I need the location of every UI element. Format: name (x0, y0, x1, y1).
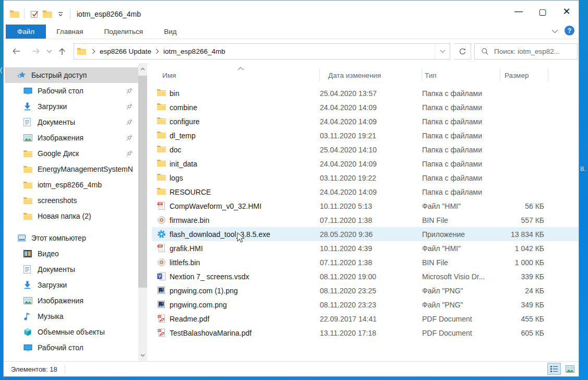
pin-icon (126, 87, 133, 94)
tab-share[interactable]: Поделиться (94, 25, 154, 39)
sidebar-item-desktop-pin[interactable]: Рабочий стол (5, 83, 138, 99)
sidebar-scrollbar[interactable] (138, 63, 147, 361)
file-date: 13.11.2020 17:18 (320, 329, 422, 337)
sidebar-item-label: Рабочий стол (38, 87, 83, 95)
folder-icon (157, 173, 166, 182)
minimize-button[interactable]: — (507, 1, 531, 22)
back-button[interactable] (9, 44, 23, 58)
file-row[interactable]: RESOURCE24.04.2020 14:09Папка с файлами (152, 185, 579, 199)
sidebar-item-video[interactable]: Видео (5, 246, 138, 262)
details-view-button[interactable] (547, 363, 561, 375)
file-row[interactable]: firmware.bin07.11.2020 1:38BIN File557 К… (152, 213, 579, 227)
pictures-icon (23, 134, 33, 142)
file-row[interactable]: PDFTestBalashovaMarina.pdf13.11.2020 17:… (152, 326, 579, 340)
status-separator (65, 365, 65, 373)
sidebar-item-label: Видео (38, 250, 59, 258)
file-row[interactable]: VNextion 7_ screens.vsdx08.11.2020 19:00… (152, 269, 579, 283)
customize-qat-icon[interactable] (55, 9, 65, 19)
music-icon (23, 312, 33, 321)
sidebar-item-this-pc[interactable]: Этот компьютер (5, 230, 138, 246)
file-date: 07.11.2020 1:38 (320, 258, 422, 267)
sidebar-item-label: Документы (38, 265, 75, 274)
file-row[interactable]: littlefs.bin07.11.2020 1:38BIN File1 000… (152, 255, 579, 269)
address-bar[interactable]: esp8266 Updateiotm_esp8266_4mb (74, 43, 450, 60)
chevron-right-icon (155, 49, 159, 54)
tab-view[interactable]: Вид (153, 25, 187, 39)
sidebar-item-documents[interactable]: Документы (5, 262, 138, 277)
column-header-2[interactable]: Тип (422, 69, 500, 81)
pictures-icon (23, 296, 33, 305)
breadcrumb-item[interactable]: esp8266 Update (98, 48, 153, 55)
sidebar-item-iotm-esp8266-4mb[interactable]: iotm_esp8266_4mb (5, 177, 138, 193)
search-box[interactable] (474, 43, 578, 60)
file-date: 08.11.2020 23:25 (320, 287, 422, 295)
video-icon (23, 250, 33, 258)
scroll-down-icon[interactable] (138, 351, 147, 360)
sidebar-item-pictures[interactable]: Изображения (5, 293, 138, 308)
file-row[interactable]: dl_temp03.11.2020 19:21Папка с файлами (152, 128, 579, 142)
sidebar-item-quick-access[interactable]: Быстрый доступ (5, 67, 138, 83)
folder-icon (157, 187, 166, 196)
file-row[interactable]: doc25.04.2020 14:10Папка с файлами (152, 142, 579, 157)
sidebar-item-documents-pin[interactable]: Документы (5, 114, 138, 130)
folder-icon (157, 131, 166, 140)
sidebar-item-desktop[interactable]: Рабочий стол (5, 340, 138, 355)
file-size: 1 042 КБ (500, 244, 548, 253)
scrollbar-thumb[interactable] (138, 76, 147, 288)
qat-separator (70, 9, 70, 19)
pin-icon (126, 103, 133, 110)
file-row[interactable]: logs03.11.2020 19:22Папка с файлами (152, 171, 579, 185)
expand-ribbon-icon[interactable] (551, 26, 558, 35)
file-row[interactable]: flash_download_tool_3.8.5.exe28.05.2020 … (152, 227, 579, 241)
new-folder-icon[interactable] (42, 9, 52, 19)
file-name: grafik.HMI (170, 244, 203, 253)
close-button[interactable]: ✕ (555, 1, 579, 22)
sidebar-item-label: Музыка (38, 312, 64, 320)
file-row[interactable]: HMICompWaveform_v0_32.HMI10.11.2020 5:13… (152, 199, 579, 213)
sidebar-item-downloads-pin[interactable]: Загрузки (5, 99, 138, 114)
address-dropdown-icon[interactable] (435, 44, 450, 59)
pin-icon (126, 150, 133, 157)
file-row[interactable]: combine24.04.2020 14:09Папка с файлами (152, 100, 579, 114)
file-row[interactable]: init_data24.04.2020 14:09Папка с файлами (152, 157, 579, 171)
scroll-up-icon[interactable] (138, 64, 147, 73)
forward-button[interactable] (29, 44, 43, 58)
breadcrumb-item[interactable]: iotm_esp8266_4mb (161, 48, 227, 55)
tab-home[interactable]: Главная (46, 25, 93, 39)
disc-icon (157, 258, 166, 267)
file-row[interactable]: bin25.04.2020 13:57Папка с файлами (152, 86, 579, 100)
sidebar-item-music[interactable]: Музыка (5, 308, 138, 324)
file-type: Папка с файлами (422, 132, 500, 140)
file-row[interactable]: configure24.04.2020 14:09Папка с файлами (152, 114, 579, 128)
column-header-0[interactable]: Имя (152, 69, 320, 81)
refresh-button[interactable] (454, 43, 471, 60)
file-name: firmware.bin (170, 216, 209, 224)
sidebar-item-energy-management[interactable]: EnergyManagementSystemN (5, 161, 138, 177)
recent-locations-icon[interactable] (43, 44, 55, 58)
maximize-button[interactable]: ▢ (531, 1, 555, 22)
column-header-3[interactable]: Размер (500, 69, 548, 81)
sidebar-item-downloads[interactable]: Загрузки (5, 277, 138, 293)
search-input[interactable] (493, 47, 577, 56)
sidebar-item-google-disk[interactable]: Google Диск (5, 146, 138, 161)
sidebar: Быстрый доступРабочий столЗагрузкиДокуме… (5, 67, 138, 362)
file-row[interactable]: HMIgrafik.HMI10.11.2020 4:39Файл "HMI"1 … (152, 241, 579, 255)
file-row[interactable]: pngwing.com (1).png08.11.2020 23:25Файл … (152, 283, 579, 298)
up-button[interactable] (55, 44, 69, 58)
sidebar-item-pictures-pin[interactable]: Изображения (5, 130, 138, 146)
folder-icon (157, 117, 166, 126)
sidebar-item-new-folder-2[interactable]: Новая папка (2) (5, 208, 138, 224)
file-size: 56 КБ (500, 202, 548, 210)
thumbnails-view-button[interactable] (563, 363, 577, 375)
file-row[interactable]: pngwing.com.png08.11.2020 23:23Файл "PNG… (152, 298, 579, 312)
column-header-1[interactable]: Дата изменения (320, 69, 422, 81)
sidebar-item-objects-3d[interactable]: Объемные объекты (5, 324, 138, 340)
sidebar-item-screenshots[interactable]: screenshots (5, 193, 138, 208)
file-row[interactable]: PDFReadme.pdf22.09.2017 14:41PDF Documen… (152, 312, 579, 326)
properties-check-icon[interactable] (29, 9, 39, 19)
disc-icon (157, 216, 166, 224)
tab-file[interactable]: Файл (6, 25, 46, 39)
file-date: 03.11.2020 19:22 (320, 174, 422, 182)
quick-access-icon (17, 71, 27, 80)
help-button[interactable]: ? (565, 26, 574, 35)
